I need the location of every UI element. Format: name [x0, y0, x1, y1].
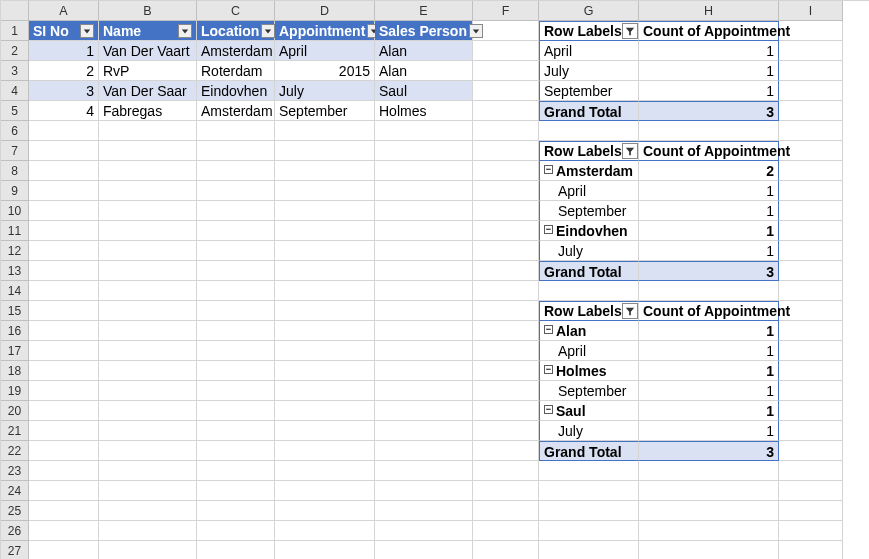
row-header-7[interactable]: 7 — [1, 141, 29, 161]
cell[interactable] — [197, 361, 275, 381]
table-cell[interactable]: Alan — [375, 41, 473, 61]
cell[interactable] — [539, 121, 639, 141]
cell[interactable] — [197, 381, 275, 401]
cell[interactable] — [29, 241, 99, 261]
cell[interactable] — [375, 161, 473, 181]
cell[interactable] — [197, 161, 275, 181]
cell[interactable] — [375, 421, 473, 441]
row-header-4[interactable]: 4 — [1, 81, 29, 101]
pivot-group-label[interactable]: −Eindovhen — [539, 221, 639, 241]
cell[interactable] — [473, 101, 539, 121]
cell[interactable] — [275, 501, 375, 521]
pivot-child-label[interactable]: July — [539, 421, 639, 441]
col-header-H[interactable]: H — [639, 1, 779, 21]
cell[interactable] — [639, 461, 779, 481]
cell[interactable] — [779, 501, 843, 521]
filter-dropdown-icon[interactable] — [178, 24, 192, 38]
pivot-total-value[interactable]: 3 — [639, 261, 779, 281]
cell[interactable] — [473, 241, 539, 261]
collapse-icon[interactable]: − — [544, 405, 553, 414]
table-cell[interactable]: 2015 — [275, 61, 375, 81]
cell[interactable] — [275, 481, 375, 501]
cell[interactable] — [779, 101, 843, 121]
cell[interactable] — [779, 181, 843, 201]
cell[interactable] — [29, 301, 99, 321]
cell[interactable] — [779, 481, 843, 501]
row-header-15[interactable]: 15 — [1, 301, 29, 321]
row-header-12[interactable]: 12 — [1, 241, 29, 261]
cell[interactable] — [779, 541, 843, 559]
cell[interactable] — [375, 141, 473, 161]
cell[interactable] — [99, 421, 197, 441]
cell[interactable] — [375, 441, 473, 461]
cell[interactable] — [99, 301, 197, 321]
cell[interactable] — [473, 421, 539, 441]
cell[interactable] — [639, 521, 779, 541]
cell[interactable] — [779, 281, 843, 301]
cell[interactable] — [29, 341, 99, 361]
pivot-group-label[interactable]: −Saul — [539, 401, 639, 421]
cell[interactable] — [29, 261, 99, 281]
cell[interactable] — [275, 161, 375, 181]
pivot-child-value[interactable]: 1 — [639, 201, 779, 221]
cell[interactable] — [375, 281, 473, 301]
pivot-total-value[interactable]: 3 — [639, 441, 779, 461]
cell[interactable] — [473, 481, 539, 501]
cell[interactable] — [375, 301, 473, 321]
cell[interactable] — [375, 121, 473, 141]
cell[interactable] — [473, 161, 539, 181]
cell[interactable] — [99, 261, 197, 281]
pivot-child-label[interactable]: April — [539, 341, 639, 361]
pivot-child-value[interactable]: 1 — [639, 421, 779, 441]
cell[interactable] — [375, 541, 473, 559]
pivot-group-label[interactable]: −Alan — [539, 321, 639, 341]
table-cell[interactable]: July — [275, 81, 375, 101]
cell[interactable] — [639, 121, 779, 141]
cell[interactable] — [197, 501, 275, 521]
col-header-G[interactable]: G — [539, 1, 639, 21]
cell[interactable] — [473, 321, 539, 341]
cell[interactable] — [779, 321, 843, 341]
cell[interactable] — [779, 261, 843, 281]
cell[interactable] — [473, 501, 539, 521]
row-header-19[interactable]: 19 — [1, 381, 29, 401]
cell[interactable] — [197, 461, 275, 481]
cell[interactable] — [29, 121, 99, 141]
row-header-8[interactable]: 8 — [1, 161, 29, 181]
select-all[interactable] — [1, 1, 29, 21]
cell[interactable] — [275, 301, 375, 321]
cell[interactable] — [473, 281, 539, 301]
cell[interactable] — [473, 201, 539, 221]
pivot-row-label[interactable]: April — [539, 41, 639, 61]
collapse-icon[interactable]: − — [544, 225, 553, 234]
pivot-child-label[interactable]: July — [539, 241, 639, 261]
cell[interactable] — [197, 261, 275, 281]
cell[interactable] — [539, 281, 639, 301]
cell[interactable] — [473, 221, 539, 241]
cell[interactable] — [29, 381, 99, 401]
cell[interactable] — [197, 441, 275, 461]
cell[interactable] — [779, 381, 843, 401]
row-header-20[interactable]: 20 — [1, 401, 29, 421]
cell[interactable] — [473, 341, 539, 361]
cell[interactable] — [99, 341, 197, 361]
cell[interactable] — [275, 261, 375, 281]
cell[interactable] — [779, 81, 843, 101]
cell[interactable] — [275, 421, 375, 441]
cell[interactable] — [275, 441, 375, 461]
cell[interactable] — [197, 401, 275, 421]
cell[interactable] — [197, 201, 275, 221]
table-cell[interactable]: 1 — [29, 41, 99, 61]
cell[interactable] — [539, 501, 639, 521]
cell[interactable] — [275, 341, 375, 361]
pivot-row-value[interactable]: 1 — [639, 81, 779, 101]
cell[interactable] — [473, 141, 539, 161]
cell[interactable] — [473, 441, 539, 461]
cell[interactable] — [375, 521, 473, 541]
cell[interactable] — [639, 501, 779, 521]
pivot-header-labels[interactable]: Row Labels — [539, 141, 639, 161]
cell[interactable] — [779, 441, 843, 461]
row-header-21[interactable]: 21 — [1, 421, 29, 441]
cell[interactable] — [779, 461, 843, 481]
cell[interactable] — [275, 241, 375, 261]
